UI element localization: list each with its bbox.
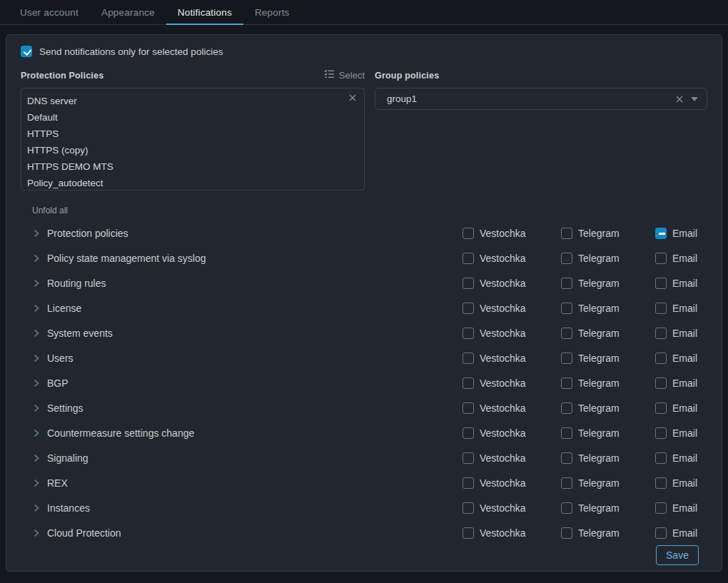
email-checkbox[interactable] [655,477,667,489]
notification-row: LicenseVestochkaTelegramEmail [21,295,707,320]
channel-telegram-group: Telegram [561,228,655,239]
telegram-checkbox[interactable] [561,228,572,239]
email-checkbox[interactable] [655,427,667,439]
vestochka-checkbox[interactable] [462,477,474,489]
telegram-checkbox[interactable] [561,477,572,489]
row-expander[interactable]: Users [32,353,462,364]
row-label: License [47,303,81,314]
channel-telegram-group: Telegram [561,452,655,464]
telegram-checkbox[interactable] [561,427,572,439]
channel-vestochka-group: Vestochka [462,477,561,489]
email-checkbox[interactable] [655,328,667,339]
send-notifications-row: Send notifications only for selected pol… [21,46,707,57]
email-checkbox[interactable] [655,527,667,539]
tab-notifications[interactable]: Notifications [166,0,243,24]
vestochka-checkbox[interactable] [462,402,474,414]
channel-label: Vestochka [480,427,526,439]
telegram-checkbox[interactable] [561,328,572,339]
channel-label: Email [672,353,697,364]
email-checkbox[interactable] [655,278,667,289]
policy-list-item[interactable]: Default [27,109,357,126]
email-checkbox[interactable] [655,377,667,389]
vestochka-checkbox[interactable] [462,527,474,539]
channel-label: Vestochka [480,402,526,414]
channel-label: Vestochka [480,253,526,264]
row-expander[interactable]: Countermeasure settings change [32,427,462,439]
send-notifications-checkbox[interactable] [21,46,32,57]
channel-email-group: Email [655,303,707,314]
row-expander[interactable]: Routing rules [32,278,462,289]
channel-label: Email [672,228,697,239]
tab-reports[interactable]: Reports [243,0,301,24]
email-checkbox[interactable] [655,452,667,464]
policy-list-item[interactable]: HTTPS [27,126,357,142]
save-button[interactable]: Save [656,545,699,565]
email-checkbox[interactable] [655,228,667,239]
telegram-checkbox[interactable] [561,452,572,464]
email-checkbox[interactable] [655,253,667,264]
select-policies-button[interactable]: Select [324,69,365,81]
email-checkbox[interactable] [655,303,667,314]
clear-group-icon[interactable] [674,94,684,104]
policy-list-item[interactable]: DNS server [27,93,357,109]
group-policies-dropdown[interactable]: group1 [375,88,707,110]
channel-label: Email [672,477,697,489]
row-expander[interactable]: License [32,303,462,314]
vestochka-checkbox[interactable] [462,228,474,239]
row-expander[interactable]: System events [32,328,462,339]
vestochka-checkbox[interactable] [462,303,474,314]
email-checkbox[interactable] [655,353,667,364]
channel-vestochka-group: Vestochka [462,502,561,514]
telegram-checkbox[interactable] [561,502,572,514]
policy-list-item[interactable]: Policy_autodetect [27,175,357,191]
row-expander[interactable]: BGP [32,377,462,389]
row-expander[interactable]: Instances [32,502,462,514]
row-expander[interactable]: Protection policies [32,228,462,239]
tab-appearance[interactable]: Appearance [90,0,166,24]
notification-row: BGPVestochkaTelegramEmail [21,370,707,395]
policy-list-item[interactable]: HTTPS (copy) [27,142,357,158]
telegram-checkbox[interactable] [561,303,572,314]
channel-label: Vestochka [480,353,526,364]
vestochka-checkbox[interactable] [462,278,474,289]
email-checkbox[interactable] [655,402,667,414]
telegram-checkbox[interactable] [561,253,572,264]
channel-vestochka-group: Vestochka [462,253,561,264]
telegram-checkbox[interactable] [561,377,572,389]
channel-telegram-group: Telegram [561,278,655,289]
channel-label: Vestochka [480,328,526,339]
dropdown-caret-icon[interactable] [691,97,698,101]
row-expander[interactable]: REX [32,477,462,489]
row-label: Instances [47,502,90,514]
chevron-right-icon [32,329,41,338]
telegram-checkbox[interactable] [561,353,572,364]
vestochka-checkbox[interactable] [462,328,474,339]
channel-vestochka-group: Vestochka [462,278,561,289]
tab-user-account[interactable]: User account [9,0,90,24]
channel-label: Telegram [578,328,620,339]
vestochka-checkbox[interactable] [462,253,474,264]
telegram-checkbox[interactable] [561,402,572,414]
vestochka-checkbox[interactable] [462,452,474,464]
email-checkbox[interactable] [655,502,667,514]
channel-email-group: Email [655,452,707,464]
vestochka-checkbox[interactable] [462,502,474,514]
clear-policies-icon[interactable] [348,93,358,103]
channel-vestochka-group: Vestochka [462,402,561,414]
row-expander[interactable]: Signaling [32,452,462,464]
row-label: Settings [47,402,84,414]
vestochka-checkbox[interactable] [462,353,474,364]
vestochka-checkbox[interactable] [462,377,474,389]
telegram-checkbox[interactable] [561,527,572,539]
channel-email-group: Email [655,353,707,364]
unfold-all-link[interactable]: Unfold all [32,206,68,216]
row-expander[interactable]: Policy state management via syslog [32,253,462,264]
row-label: Countermeasure settings change [47,427,194,439]
telegram-checkbox[interactable] [561,278,572,289]
vestochka-checkbox[interactable] [462,427,474,439]
row-expander[interactable]: Cloud Protection [32,527,462,539]
channel-vestochka-group: Vestochka [462,328,561,339]
policy-list-item[interactable]: HTTPS DEMO MTS [27,158,357,175]
channel-telegram-group: Telegram [561,527,655,539]
row-expander[interactable]: Settings [32,402,462,414]
